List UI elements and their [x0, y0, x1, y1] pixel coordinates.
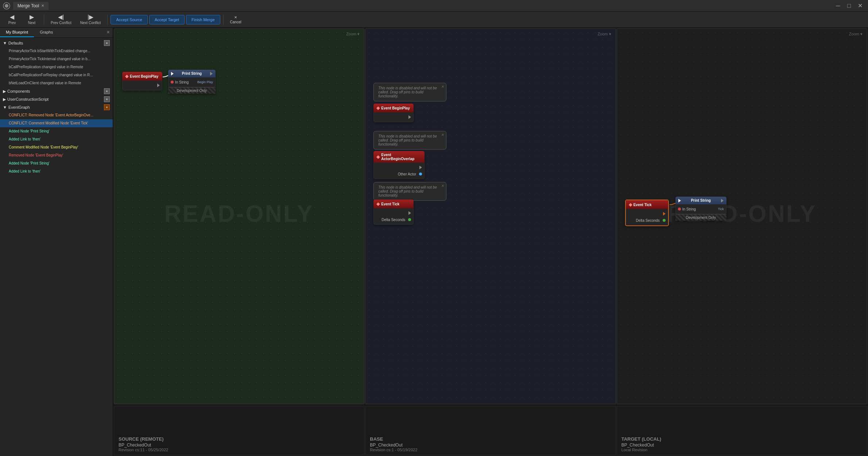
dev-only-badge-1: Development Only [168, 87, 216, 94]
disabled-node-1: ✕ This node is disabled and will not be … [373, 83, 446, 101]
tab-graphs[interactable]: Graphs [34, 28, 59, 37]
bottom-panels: SOURCE (REMOTE) BP_CheckedOut Revision c… [113, 405, 868, 456]
close-button[interactable]: ✕ [855, 1, 865, 11]
graph-panel-source[interactable]: READ-ONLY Zoom ▾ ◆ Event BeginPlay [114, 28, 364, 404]
separator-1 [44, 14, 44, 25]
base-revision: Revision cs:1 - 05/19/2022 [370, 448, 611, 452]
tree-item-conflict-2[interactable]: CONFLICT: Comment Modified Node 'Event T… [0, 119, 113, 127]
next-conflict-icon: |▶ [88, 14, 93, 20]
zoom-indicator-1[interactable]: Zoom ▾ [346, 32, 360, 36]
window-tab-close[interactable]: ✕ [41, 4, 44, 8]
tree-category-components[interactable]: ▶ Components ≡ [0, 87, 113, 95]
minimize-button[interactable]: ─ [833, 1, 843, 11]
source-name: BP_CheckedOut [119, 443, 360, 448]
tree-item-2[interactable]: bCallPreReplication changed value in Rem… [0, 63, 113, 71]
graph-panel-base[interactable]: Zoom ▾ ✕ This node is disabled and will … [365, 28, 616, 404]
ucs-icon: ≡ [104, 96, 110, 102]
print-exec-out [210, 72, 213, 76]
close-x-3[interactable]: ✕ [441, 184, 444, 188]
tree-item-3[interactable]: bCallPreReplicationForReplay changed val… [0, 71, 113, 79]
zoom-indicator-2[interactable]: Zoom ▾ [597, 32, 611, 36]
left-panel: My Blueprint Graphs ✕ ▼ Defaults ≡ Prima… [0, 28, 113, 456]
in-string-pin-row: In String Begin Play [168, 79, 215, 85]
next-label: Next [28, 21, 36, 25]
cancel-icon: ✕ [234, 15, 237, 19]
prev-label: Prev [8, 21, 16, 25]
tree-item-conflict-1[interactable]: CONFLICT: Removed Node 'Event ActorBegin… [0, 111, 113, 119]
print-string-title: Print String [168, 70, 216, 77]
event-tick-base-title: ◆ Event Tick [373, 200, 414, 208]
tree-item-added-2[interactable]: Added Node 'Print String' [0, 159, 113, 167]
tree-item-1[interactable]: PrimaryActorTick TickInterval changed va… [0, 55, 113, 63]
window-tab[interactable]: Merge Tool ✕ [13, 2, 49, 10]
disabled-node-2: ✕ This node is disabled and will not be … [373, 131, 446, 150]
dev-only-badge-2: Development Only [675, 214, 726, 221]
close-x-1[interactable]: ✕ [441, 85, 444, 89]
exec-out-pin-5 [663, 212, 666, 216]
exec-in-pin-2 [678, 199, 681, 202]
bottom-panel-source: SOURCE (REMOTE) BP_CheckedOut Revision c… [114, 406, 364, 455]
prev-button[interactable]: ◀ Prev [3, 13, 21, 26]
window-title: Merge Tool [18, 3, 39, 8]
event-begin-play-base-label: Event BeginPlay [381, 106, 410, 110]
event-diamond-icon-3: ◆ [376, 154, 380, 159]
other-actor-pin [419, 173, 422, 175]
main-content: My Blueprint Graphs ✕ ▼ Defaults ≡ Prima… [0, 28, 868, 456]
prev-conflict-button[interactable]: ◀| Prev Conflict [47, 13, 75, 26]
tree-category-defaults[interactable]: ▼ Defaults ≡ [0, 39, 113, 47]
event-begin-play-node[interactable]: ◆ Event BeginPlay [122, 72, 162, 90]
event-tick-base[interactable]: ◆ Event Tick Delta Seconds [373, 200, 414, 225]
event-begin-play-title: ◆ Event BeginPlay [122, 72, 162, 81]
collapse-arrow-3: ▶ [3, 97, 6, 102]
graph-panels: READ-ONLY Zoom ▾ ◆ Event BeginPlay [113, 28, 868, 405]
event-begin-play-base-content [373, 112, 414, 122]
in-string-label: In String [175, 80, 189, 84]
event-tick-target-title: ◆ Event Tick [626, 200, 668, 209]
event-actor-begin-overlap[interactable]: ◆ Event ActorBeginOverlap Other Actor [373, 151, 425, 179]
right-content: READ-ONLY Zoom ▾ ◆ Event BeginPlay [113, 28, 868, 456]
maximize-button[interactable]: □ [844, 1, 854, 11]
event-begin-play-label: Event BeginPlay [130, 74, 158, 78]
event-begin-play-base[interactable]: ◆ Event BeginPlay [373, 104, 414, 122]
print-exec-out-2 [721, 199, 724, 202]
graph-panel-target[interactable]: READ-ONLY Zoom ▾ ◆ Event Tick [617, 28, 867, 404]
tree-item-removed-1[interactable]: Removed Node 'Event BeginPlay' [0, 151, 113, 159]
print-string-target[interactable]: Print String In String Tick Development … [675, 197, 726, 221]
zoom-indicator-3[interactable]: Zoom ▾ [849, 32, 863, 36]
tree-category-label: Defaults [8, 41, 23, 45]
title-bar: Merge Tool ✕ ─ □ ✕ [0, 0, 868, 12]
svg-point-1 [5, 4, 8, 8]
tree-category-label-2: Components [7, 89, 30, 93]
next-conflict-button[interactable]: |▶ Next Conflict [77, 13, 105, 26]
bottom-panel-base: BASE BP_CheckedOut Revision cs:1 - 05/19… [365, 406, 616, 455]
next-button[interactable]: ▶ Next [23, 13, 41, 26]
tree-item-0[interactable]: PrimaryActorTick bStartWithTickEnabled c… [0, 47, 113, 55]
target-label: TARGET (LOCAL) [621, 436, 863, 442]
tree-category-event-graph[interactable]: ▼ EventGraph ≡ [0, 103, 113, 111]
defaults-icon: ≡ [104, 40, 110, 46]
accept-target-button[interactable]: Accept Target [149, 15, 185, 24]
tree-item-added-link-2[interactable]: Added Link to 'then' [0, 167, 113, 175]
prev-icon: ◀ [10, 14, 14, 20]
event-tick-base-content: Delta Seconds [373, 208, 414, 225]
finish-merge-button[interactable]: Finish Merge [186, 15, 220, 24]
collapse-arrow: ▼ [3, 41, 7, 45]
tree-item-comment-1[interactable]: Comment Modified Node 'Event BeginPlay' [0, 143, 113, 151]
left-tabs: My Blueprint Graphs ✕ [0, 28, 113, 38]
exec-out-pin [157, 84, 160, 87]
cancel-button[interactable]: ✕ Cancel [226, 14, 245, 26]
accept-source-button[interactable]: Accept Source [111, 15, 148, 24]
close-x-2[interactable]: ✕ [441, 133, 444, 137]
tree-item-added-1[interactable]: Added Node 'Print String' [0, 127, 113, 135]
tree-item-added-link-1[interactable]: Added Link to 'then' [0, 135, 113, 143]
tab-my-blueprint[interactable]: My Blueprint [0, 28, 34, 37]
separator-3 [223, 14, 224, 25]
print-string-node[interactable]: Print String In String Begin Play Develo… [168, 70, 216, 94]
tab-close-icon[interactable]: ✕ [104, 28, 113, 37]
exec-out-pin-2 [408, 115, 411, 119]
event-tick-target[interactable]: ◆ Event Tick Delta Seconds [625, 200, 669, 226]
tree-category-ucs[interactable]: ▶ UserConstructionScript ≡ [0, 95, 113, 103]
tree-item-4[interactable]: bNetLoadOnClient changed value in Remote [0, 79, 113, 87]
next-icon: ▶ [30, 14, 34, 20]
base-label: BASE [370, 436, 611, 442]
